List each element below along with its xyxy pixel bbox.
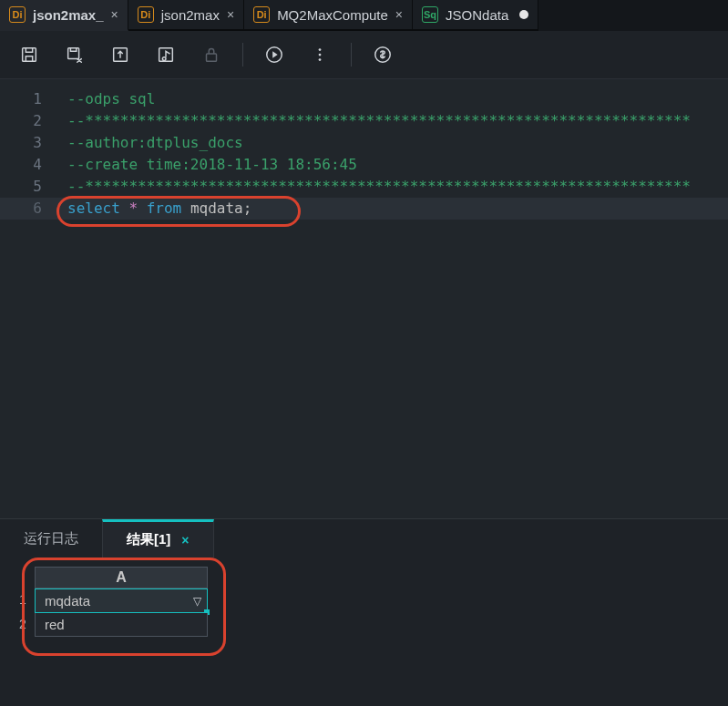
- line-number: 5: [0, 176, 55, 198]
- svg-point-4: [162, 57, 166, 61]
- svg-rect-1: [68, 48, 79, 59]
- dollar-icon: [373, 45, 393, 65]
- line-number: 1: [0, 88, 55, 110]
- save-as-icon: [65, 45, 85, 65]
- code-comment: --create time:2018-11-13 18:56:45: [67, 156, 357, 173]
- results-panel: 运行日志 结果[1] × A 1 mqdata ▽ 2 red: [0, 518, 728, 706]
- file-tab-3[interactable]: Sq JSONdata: [413, 0, 538, 29]
- file-tab-0[interactable]: Di json2max_ ×: [0, 0, 128, 31]
- upload-icon: [110, 45, 130, 65]
- tab-label: json2max_: [33, 7, 104, 23]
- code-comment: --**************************************…: [67, 112, 691, 129]
- more-button[interactable]: [302, 36, 338, 73]
- close-icon[interactable]: ×: [181, 533, 189, 547]
- column-header[interactable]: A: [35, 567, 208, 588]
- toolbar-divider: [242, 43, 243, 67]
- tab-label: MQ2MaxCompute: [277, 7, 388, 23]
- play-icon: [264, 45, 284, 65]
- tab-label: JSONdata: [446, 7, 508, 23]
- row-number: 2: [11, 613, 35, 637]
- svg-point-7: [319, 48, 322, 51]
- cell-value: red: [45, 617, 65, 632]
- di-icon: Di: [138, 6, 154, 23]
- format-button[interactable]: [148, 36, 184, 73]
- lock-button[interactable]: [193, 36, 230, 73]
- result-cell[interactable]: mqdata ▽: [35, 588, 208, 613]
- code-editor[interactable]: 1 2 3 4 5 6 --odps sql --***************…: [0, 78, 728, 518]
- close-icon[interactable]: ×: [227, 7, 234, 22]
- lock-icon: [201, 45, 221, 65]
- code-comment: --odps sql: [67, 90, 155, 107]
- run-button[interactable]: [256, 36, 292, 73]
- panel-tab-label: 结果[1]: [127, 531, 170, 548]
- close-icon[interactable]: ×: [395, 7, 403, 22]
- save-as-button[interactable]: [56, 36, 93, 73]
- code-punct: ;: [243, 200, 252, 217]
- submit-button[interactable]: [102, 36, 138, 73]
- panel-tab-bar: 运行日志 结果[1] ×: [0, 519, 728, 558]
- toolbar-divider: [351, 43, 352, 67]
- svg-rect-0: [23, 48, 36, 62]
- code-keyword: select: [67, 200, 120, 217]
- save-button[interactable]: [11, 36, 47, 73]
- kebab-icon: [310, 45, 330, 65]
- panel-tab-label: 运行日志: [24, 530, 78, 547]
- file-tab-1[interactable]: Di json2max ×: [128, 0, 244, 29]
- dirty-dot-icon: [519, 10, 528, 19]
- sq-icon: Sq: [422, 6, 438, 23]
- close-icon[interactable]: ×: [111, 7, 118, 22]
- code-operator: *: [128, 200, 138, 217]
- file-tab-2[interactable]: Di MQ2MaxCompute ×: [244, 0, 413, 29]
- format-icon: [156, 45, 176, 65]
- row-number: 1: [11, 588, 35, 613]
- di-icon: Di: [9, 6, 26, 23]
- svg-point-9: [319, 58, 322, 61]
- tab-label: json2max: [161, 7, 220, 23]
- code-keyword: from: [147, 200, 182, 217]
- save-icon: [19, 45, 39, 65]
- svg-point-8: [319, 54, 322, 56]
- di-icon: Di: [253, 6, 270, 23]
- panel-tab-log[interactable]: 运行日志: [0, 519, 102, 558]
- code-comment: --author:dtplus_docs: [67, 134, 243, 151]
- tab-bar: Di json2max_ × Di json2max × Di MQ2MaxCo…: [0, 0, 728, 31]
- line-gutter: 1 2 3 4 5 6: [0, 88, 55, 518]
- panel-tab-result[interactable]: 结果[1] ×: [102, 519, 214, 558]
- cost-button[interactable]: [364, 36, 401, 73]
- cell-value: mqdata: [45, 593, 90, 609]
- code-area[interactable]: --odps sql --***************************…: [67, 88, 728, 518]
- result-cell[interactable]: red: [35, 613, 208, 637]
- editor-toolbar: [0, 31, 728, 78]
- line-number: 2: [0, 110, 55, 132]
- line-number: 3: [0, 132, 55, 154]
- chevron-down-icon[interactable]: ▽: [193, 595, 201, 608]
- code-identifier: mqdata: [190, 200, 243, 217]
- svg-rect-5: [207, 54, 217, 61]
- code-comment: --**************************************…: [67, 178, 691, 195]
- line-number: 4: [0, 154, 55, 176]
- result-grid: A 1 mqdata ▽ 2 red: [0, 558, 728, 637]
